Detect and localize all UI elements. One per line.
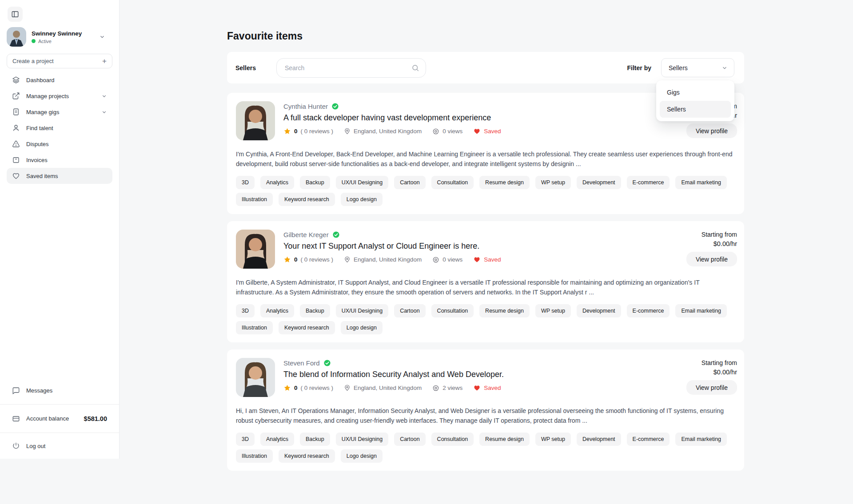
- tag-pill: Cartoon: [394, 433, 425, 446]
- starting-from-label: Starting from: [702, 358, 737, 367]
- map-pin-icon: [344, 385, 351, 391]
- tag-pill: Cartoon: [394, 304, 425, 317]
- toolbar-context-label: Sellers: [235, 64, 256, 71]
- views-count: 0 views: [442, 128, 462, 135]
- saved-label: Saved: [484, 385, 501, 391]
- reviews-count: ( 0 reviews ): [301, 128, 334, 135]
- tag-pill: Resume design: [479, 433, 530, 446]
- tag-pill: Analytics: [260, 433, 294, 446]
- message-square-icon: [12, 387, 20, 395]
- views-icon: [432, 128, 439, 135]
- filter-select[interactable]: Sellers: [661, 58, 734, 77]
- seller-name: Cynthia Hunter: [283, 103, 328, 110]
- messages-label: Messages: [26, 387, 52, 394]
- star-icon: [283, 256, 291, 263]
- user-avatar: [7, 27, 26, 47]
- sidebar-item-label: Find talent: [26, 125, 53, 131]
- credit-card-icon: [12, 415, 20, 423]
- sidebar-item-dashboard[interactable]: Dashboard: [7, 72, 112, 88]
- user-profile[interactable]: Swinney Swinney Active: [7, 27, 113, 47]
- saved-toggle[interactable]: Saved: [473, 127, 501, 135]
- heart-icon: [12, 172, 20, 180]
- view-profile-button[interactable]: View profile: [686, 252, 737, 266]
- search-input[interactable]: [276, 58, 426, 78]
- user-icon: [12, 124, 20, 132]
- sidebar-item-label: Manage gigs: [26, 109, 59, 115]
- saved-toggle[interactable]: Saved: [473, 256, 501, 263]
- seller-avatar: [236, 358, 275, 397]
- power-icon: [12, 442, 20, 450]
- seller-description: I'm Gilberte, A System Administrator, IT…: [236, 278, 737, 297]
- tag-pill: Logo design: [341, 193, 383, 206]
- sidebar-item-manage-gigs[interactable]: Manage gigs: [7, 104, 112, 120]
- tag-pill: Keyword research: [279, 193, 335, 206]
- seller-name: Steven Ford: [283, 359, 320, 367]
- verified-badge-icon: [332, 231, 340, 238]
- user-name: Swinney Swinney: [32, 30, 99, 37]
- seller-card: Steven Ford The blend of Information Sec…: [227, 349, 744, 471]
- tags-list: 3DAnalyticsBackupUX/UI DesigningCartoonC…: [236, 433, 737, 463]
- user-status: Active: [38, 39, 52, 44]
- tag-pill: UX/UI Designing: [336, 176, 388, 189]
- saved-label: Saved: [484, 256, 501, 263]
- tag-pill: 3D: [236, 176, 255, 189]
- tag-pill: 3D: [236, 433, 255, 446]
- view-profile-button[interactable]: View profile: [686, 380, 737, 395]
- tag-pill: Consultation: [431, 433, 474, 446]
- seller-name: Gilberte Kreger: [283, 231, 329, 238]
- account-balance-row: Account balance $581.00: [0, 404, 119, 433]
- filter-option-sellers[interactable]: Sellers: [660, 101, 731, 118]
- page-title: Favourite items: [227, 29, 744, 43]
- reviews-count: ( 0 reviews ): [301, 256, 334, 263]
- map-pin-icon: [344, 256, 351, 263]
- sidebar-item-messages[interactable]: Messages: [0, 377, 119, 404]
- heart-filled-icon: [473, 384, 481, 392]
- reviews-count: ( 0 reviews ): [301, 385, 334, 391]
- logout-button[interactable]: Log out: [0, 433, 119, 459]
- tag-pill: Backup: [300, 433, 330, 446]
- tag-pill: Cartoon: [394, 176, 425, 189]
- cards-list: Cynthia Hunter A full stack developer ha…: [227, 93, 744, 471]
- sidebar-item-label: Dashboard: [26, 77, 55, 83]
- sidebar-item-label: Disputes: [26, 141, 49, 147]
- main-content: Favourite items Sellers Filter by Seller…: [120, 0, 853, 504]
- star-icon: [283, 384, 291, 392]
- sidebar-toggle-button[interactable]: [8, 7, 23, 22]
- tag-pill: E-commerce: [627, 304, 670, 317]
- layers-icon: [12, 76, 20, 84]
- price-value: $0.00/hr: [713, 367, 737, 377]
- sidebar-item-saved-items[interactable]: Saved items: [7, 168, 112, 184]
- filter-select-value: Sellers: [669, 64, 688, 71]
- toolbar: Sellers Filter by Sellers: [227, 52, 744, 83]
- filter-option-gigs[interactable]: Gigs: [660, 84, 731, 101]
- sidebar-item-invoices[interactable]: Invoices: [7, 152, 112, 168]
- status-dot: [32, 39, 36, 43]
- tag-pill: UX/UI Designing: [336, 304, 388, 317]
- tag-pill: 3D: [236, 304, 255, 317]
- tag-pill: Illustration: [236, 449, 273, 463]
- saved-toggle[interactable]: Saved: [473, 384, 501, 392]
- tag-pill: Illustration: [236, 321, 273, 334]
- tag-pill: Illustration: [236, 193, 273, 206]
- tag-pill: WP setup: [535, 304, 571, 317]
- rating-value: 0: [294, 128, 298, 135]
- seller-description: Hi, I am Steven, An IT Operations Manage…: [236, 406, 737, 425]
- seller-location: England, United Kingdom: [354, 256, 422, 263]
- tag-pill: Resume design: [479, 176, 530, 189]
- sidebar-item-disputes[interactable]: Disputes: [7, 136, 112, 152]
- view-profile-button[interactable]: View profile: [686, 123, 737, 138]
- seller-avatar: [236, 101, 275, 140]
- tag-pill: Backup: [300, 176, 330, 189]
- tag-pill: WP setup: [535, 433, 571, 446]
- tags-list: 3DAnalyticsBackupUX/UI DesigningCartoonC…: [236, 304, 737, 334]
- create-project-button[interactable]: Create a project +: [7, 54, 112, 68]
- sidebar-item-manage-projects[interactable]: Manage projects: [7, 88, 112, 104]
- views-count: 0 views: [442, 256, 462, 263]
- verified-badge-icon: [331, 103, 339, 110]
- sidebar-item-find-talent[interactable]: Find talent: [7, 120, 112, 136]
- tag-pill: Email marketing: [675, 304, 727, 317]
- search-icon: [411, 64, 419, 72]
- account-balance-value: $581.00: [84, 415, 107, 422]
- seller-card: Gilberte Kreger Your next IT Support Ana…: [227, 221, 744, 342]
- price-value: $0.00/hr: [713, 239, 737, 249]
